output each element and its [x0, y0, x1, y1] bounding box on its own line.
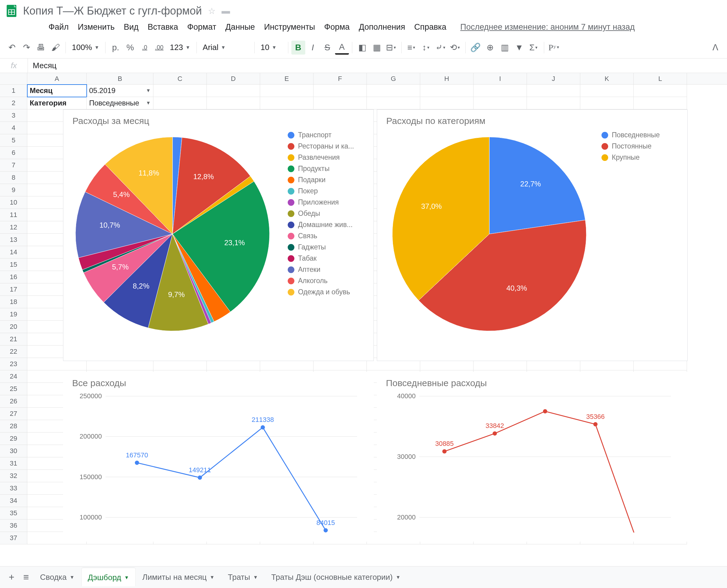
row-header-7[interactable]: 7: [0, 159, 27, 171]
chart-all-expenses[interactable]: Все расходы 1000001500002000002500001675…: [63, 372, 374, 542]
sheet-tab-2[interactable]: Лимиты на месяц▼: [137, 568, 221, 587]
row-header-28[interactable]: 28: [0, 420, 27, 433]
cell-L1[interactable]: [633, 85, 687, 97]
formula-input[interactable]: Месяц: [28, 61, 727, 70]
sheet-tab-0[interactable]: Сводка▼: [34, 568, 81, 587]
column-header-D[interactable]: D: [207, 73, 260, 84]
expand-button[interactable]: ᐱ: [708, 41, 722, 55]
column-header-B[interactable]: B: [87, 73, 153, 84]
column-header-K[interactable]: K: [580, 73, 633, 84]
row-header-11[interactable]: 11: [0, 209, 27, 221]
chart-daily-expenses[interactable]: Повседневные расходы 2000030000400003088…: [377, 372, 688, 542]
font-select[interactable]: Arial▼: [200, 41, 251, 54]
fill-color-button[interactable]: ◧: [355, 41, 369, 55]
merge-button[interactable]: ⊟▼: [385, 41, 398, 55]
row-header-24[interactable]: 24: [0, 371, 27, 383]
link-button[interactable]: 🔗: [469, 41, 483, 55]
row-header-13[interactable]: 13: [0, 234, 27, 246]
strikethrough-button[interactable]: S: [320, 41, 334, 55]
row-header-9[interactable]: 9: [0, 184, 27, 196]
row-header-20[interactable]: 20: [0, 321, 27, 333]
zoom-select[interactable]: 100%▼: [69, 41, 102, 54]
sheet-tab-menu-icon[interactable]: ▼: [253, 575, 258, 580]
row-header-12[interactable]: 12: [0, 221, 27, 234]
comment-button[interactable]: ⊕: [483, 41, 497, 55]
cell-L2[interactable]: [633, 97, 687, 109]
cell-D1[interactable]: [207, 85, 260, 97]
row-header-27[interactable]: 27: [0, 408, 27, 420]
sheet-tab-1[interactable]: Дэшборд▼: [82, 568, 135, 587]
dec-decrease-button[interactable]: .0: [138, 41, 151, 55]
column-header-E[interactable]: E: [260, 73, 313, 84]
chart-monthly-expenses[interactable]: Расходы за месяц 12,8%23,1%9,7%8,2%5,7%1…: [63, 109, 374, 361]
cell-C1[interactable]: [153, 85, 207, 97]
sheet-tab-menu-icon[interactable]: ▼: [70, 575, 75, 580]
cell-G2[interactable]: [367, 97, 420, 109]
cell-I1[interactable]: [474, 85, 527, 97]
menu-help[interactable]: Справка: [410, 21, 451, 34]
sheet-tab-4[interactable]: Траты Дэш (основные категории)▼: [265, 568, 407, 587]
currency-button[interactable]: р.: [108, 41, 123, 55]
font-size-select[interactable]: 10▼: [258, 41, 285, 54]
column-header-H[interactable]: H: [420, 73, 474, 84]
percent-button[interactable]: %: [123, 41, 137, 55]
cell-A1[interactable]: Месяц: [27, 85, 87, 97]
menu-insert[interactable]: Вставка: [143, 21, 182, 34]
chart-category-expenses[interactable]: Расходы по категориям 22,7%40,3%37,0% По…: [377, 109, 688, 361]
column-header-L[interactable]: L: [633, 73, 687, 84]
row-header-8[interactable]: 8: [0, 171, 27, 184]
row-header-10[interactable]: 10: [0, 196, 27, 209]
row-header-25[interactable]: 25: [0, 383, 27, 395]
star-icon[interactable]: ☆: [208, 6, 215, 16]
redo-button[interactable]: ↷: [19, 41, 33, 55]
italic-button[interactable]: I: [306, 41, 320, 55]
text-color-button[interactable]: A: [335, 41, 349, 55]
wrap-button[interactable]: ⤶▼: [434, 41, 448, 55]
paint-format-button[interactable]: 🖌: [48, 41, 62, 55]
number-format-select[interactable]: 123▼: [167, 41, 193, 54]
menu-view[interactable]: Вид: [120, 21, 143, 34]
cell-K1[interactable]: [580, 85, 633, 97]
row-header-21[interactable]: 21: [0, 333, 27, 345]
valign-button[interactable]: ↕▼: [419, 41, 433, 55]
cell-G1[interactable]: [367, 85, 420, 97]
cell-D2[interactable]: [207, 97, 260, 109]
column-header-F[interactable]: F: [313, 73, 367, 84]
row-header-29[interactable]: 29: [0, 433, 27, 445]
cell-E1[interactable]: [260, 85, 313, 97]
undo-button[interactable]: ↶: [5, 41, 19, 55]
sheet-tab-3[interactable]: Траты▼: [222, 568, 264, 587]
menu-format[interactable]: Формат: [183, 21, 221, 34]
sheet-tab-menu-icon[interactable]: ▼: [396, 575, 400, 580]
select-all-corner[interactable]: [0, 73, 27, 84]
cell-E2[interactable]: [260, 97, 313, 109]
rotate-button[interactable]: ⟲▼: [449, 41, 462, 55]
row-header-37[interactable]: 37: [0, 532, 27, 544]
dropdown-arrow-icon[interactable]: ▼: [146, 100, 151, 106]
column-header-J[interactable]: J: [527, 73, 580, 84]
menu-addons[interactable]: Дополнения: [354, 21, 409, 34]
sheets-logo[interactable]: [4, 3, 19, 19]
row-header-22[interactable]: 22: [0, 345, 27, 358]
row-header-14[interactable]: 14: [0, 246, 27, 258]
sheet-tab-menu-icon[interactable]: ▼: [124, 575, 129, 581]
menu-tools[interactable]: Инструменты: [260, 21, 319, 34]
cell-J2[interactable]: [527, 97, 580, 109]
row-header-26[interactable]: 26: [0, 395, 27, 408]
borders-button[interactable]: ▦: [370, 41, 384, 55]
row-header-1[interactable]: 1: [0, 85, 27, 97]
row-header-30[interactable]: 30: [0, 445, 27, 457]
cell-H1[interactable]: [420, 85, 474, 97]
cell-B1[interactable]: 05.2019▼: [87, 85, 153, 97]
row-header-2[interactable]: 2: [0, 97, 27, 109]
column-header-I[interactable]: I: [474, 73, 527, 84]
row-header-6[interactable]: 6: [0, 147, 27, 159]
bold-button[interactable]: B: [291, 41, 305, 55]
cell-F2[interactable]: [313, 97, 367, 109]
row-header-31[interactable]: 31: [0, 457, 27, 470]
menu-edit[interactable]: Изменить: [74, 21, 119, 34]
row-header-16[interactable]: 16: [0, 271, 27, 284]
row-header-15[interactable]: 15: [0, 258, 27, 271]
row-header-17[interactable]: 17: [0, 284, 27, 296]
halign-button[interactable]: ≡▼: [405, 41, 419, 55]
